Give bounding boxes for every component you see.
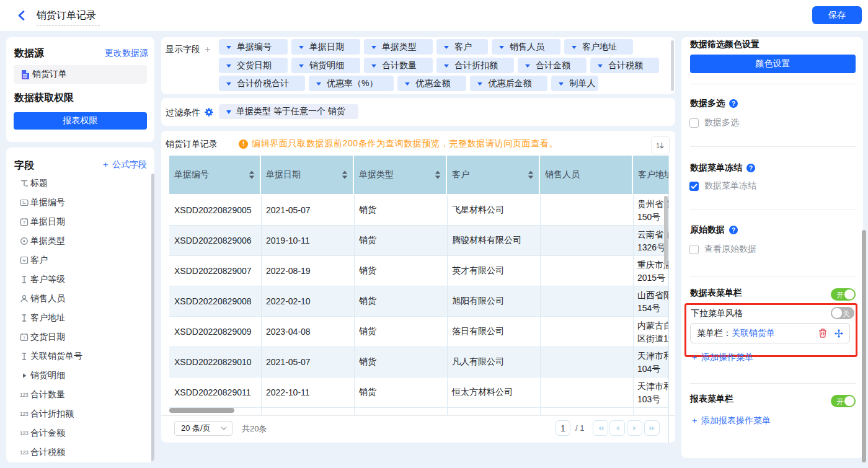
- svg-text:7: 7: [23, 336, 25, 340]
- svg-text:1: 1: [656, 142, 660, 149]
- svg-text:7: 7: [23, 221, 25, 225]
